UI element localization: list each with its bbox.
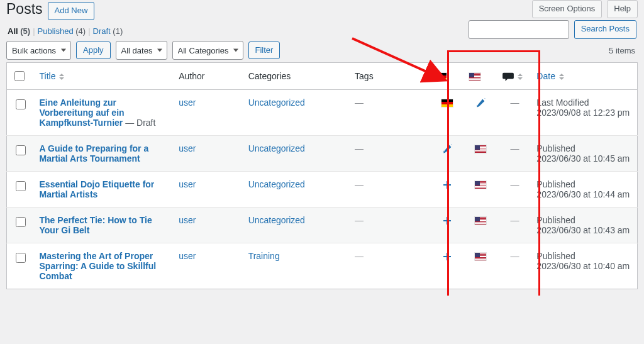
comments-value: —	[510, 97, 519, 108]
post-title-link[interactable]: Eine Anleitung zur Vorbereitung auf ein …	[40, 97, 125, 128]
flag-de-icon	[441, 99, 453, 107]
help-button[interactable]: Help	[607, 0, 638, 18]
author-link[interactable]: user	[179, 215, 196, 225]
comments-value: —	[510, 215, 519, 225]
plus-icon[interactable]	[442, 216, 452, 226]
filter-button[interactable]: Filter	[248, 42, 280, 60]
items-count: 5 items	[609, 46, 638, 55]
col-categories: Categories	[243, 63, 350, 90]
flag-us-icon	[475, 181, 486, 189]
col-lang-de[interactable]	[430, 63, 464, 90]
tags-value: —	[355, 215, 364, 225]
filter-draft[interactable]: Draft (1)	[93, 26, 123, 36]
author-link[interactable]: user	[179, 97, 196, 108]
row-checkbox[interactable]	[16, 253, 26, 263]
row-checkbox[interactable]	[16, 99, 26, 109]
comment-icon	[502, 72, 514, 82]
plus-icon[interactable]	[442, 180, 452, 190]
bulk-actions-select[interactable]: Bulk actions	[6, 41, 71, 60]
table-row: Mastering the Art of Proper Sparring: A …	[7, 243, 638, 289]
flag-de-icon	[435, 73, 447, 80]
dates-select[interactable]: All dates	[116, 41, 167, 60]
tags-value: —	[355, 143, 364, 153]
flag-us-icon	[475, 145, 486, 153]
category-link[interactable]: Training	[248, 251, 280, 261]
flag-us-icon	[475, 217, 486, 225]
search-input[interactable]	[469, 20, 569, 39]
col-title[interactable]: Title	[35, 63, 174, 90]
page-title: Posts	[6, 1, 43, 18]
categories-select[interactable]: All Categories	[172, 41, 243, 60]
tags-value: —	[355, 179, 364, 189]
row-checkbox[interactable]	[16, 217, 26, 227]
sort-caret-icon	[518, 74, 523, 80]
date-cell: Published2023/06/30 at 10:45 am	[531, 136, 637, 172]
row-checkbox[interactable]	[16, 181, 26, 191]
flag-us-icon	[475, 253, 486, 260]
pencil-icon[interactable]	[442, 144, 452, 154]
row-checkbox[interactable]	[16, 145, 26, 155]
table-row: The Perfect Tie: How to Tie Your Gi Belt…	[7, 208, 638, 243]
sort-caret-icon	[59, 74, 64, 80]
col-author: Author	[174, 63, 243, 90]
table-row: A Guide to Preparing for a Martial Arts …	[7, 136, 638, 172]
author-link[interactable]: user	[179, 251, 196, 261]
tags-value: —	[355, 97, 364, 108]
author-link[interactable]: user	[179, 143, 196, 153]
author-link[interactable]: user	[179, 179, 196, 189]
comments-value: —	[510, 179, 519, 189]
select-all-checkbox[interactable]	[14, 71, 25, 81]
category-link[interactable]: Uncategorized	[248, 179, 305, 189]
col-tags: Tags	[350, 63, 430, 90]
post-title-link[interactable]: The Perfect Tie: How to Tie Your Gi Belt	[40, 215, 152, 235]
post-title-link[interactable]: A Guide to Preparing for a Martial Arts …	[40, 143, 149, 164]
post-state: — Draft	[123, 118, 155, 128]
filter-all[interactable]: All (5)	[8, 26, 30, 36]
date-cell: Published2023/06/30 at 10:43 am	[531, 208, 637, 243]
date-cell: Published2023/06/30 at 10:44 am	[531, 172, 637, 208]
comments-value: —	[510, 251, 519, 261]
flag-us-icon	[469, 73, 480, 80]
filter-published[interactable]: Published (4)	[38, 26, 86, 36]
table-row: Eine Anleitung zur Vorbereitung auf ein …	[7, 90, 638, 136]
category-link[interactable]: Uncategorized	[248, 215, 305, 225]
category-link[interactable]: Uncategorized	[248, 97, 305, 108]
col-lang-us[interactable]	[464, 63, 498, 90]
date-cell: Published2023/06/30 at 10:40 am	[531, 243, 637, 289]
category-link[interactable]: Uncategorized	[248, 143, 305, 153]
pencil-icon[interactable]	[475, 98, 486, 108]
col-date[interactable]: Date	[531, 63, 637, 90]
table-row: Essential Dojo Etiquette for Martial Art…	[7, 172, 638, 208]
screen-options-button[interactable]: Screen Options	[532, 0, 602, 18]
date-cell: Last Modified2023/09/08 at 12:23 pm	[531, 90, 637, 136]
comments-value: —	[510, 143, 519, 153]
post-title-link[interactable]: Mastering the Art of Proper Sparring: A …	[40, 251, 157, 281]
post-title-link[interactable]: Essential Dojo Etiquette for Martial Art…	[40, 179, 155, 199]
search-button[interactable]: Search Posts	[574, 20, 636, 39]
add-new-button[interactable]: Add New	[48, 2, 95, 20]
tags-value: —	[355, 251, 364, 261]
col-comments[interactable]	[497, 63, 531, 90]
plus-icon[interactable]	[442, 252, 452, 262]
apply-button[interactable]: Apply	[76, 42, 111, 60]
sort-caret-icon	[559, 74, 564, 80]
